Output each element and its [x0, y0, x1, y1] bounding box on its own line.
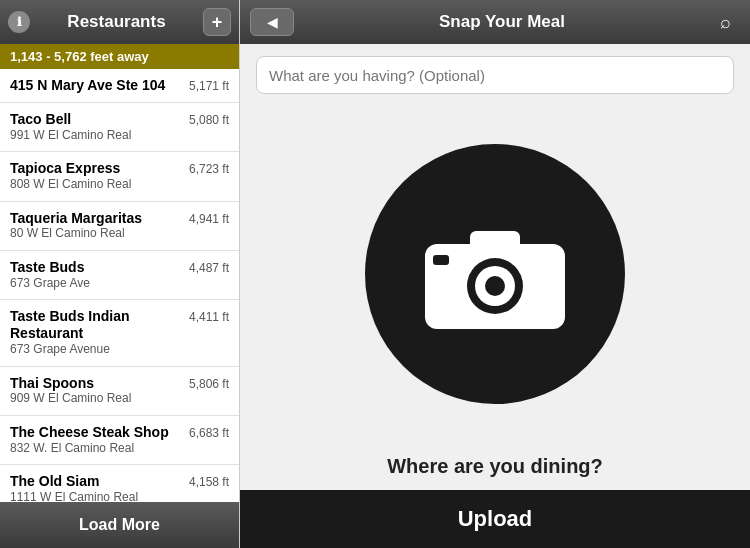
restaurant-list: 415 N Mary Ave Ste 1045,171 ftTaco Bell9… — [0, 69, 239, 502]
restaurant-distance: 6,723 ft — [189, 160, 229, 176]
restaurant-name: Tapioca Express — [10, 160, 183, 177]
restaurant-distance: 4,411 ft — [189, 308, 229, 324]
svg-rect-5 — [433, 255, 449, 265]
distance-banner: 1,143 - 5,762 feet away — [0, 44, 239, 69]
svg-rect-1 — [470, 231, 520, 251]
restaurant-item[interactable]: 415 N Mary Ave Ste 1045,171 ft — [0, 69, 239, 103]
restaurant-address: 909 W El Camino Real — [10, 391, 183, 407]
restaurant-address: 673 Grape Avenue — [10, 342, 183, 358]
dining-question: Where are you dining? — [240, 445, 750, 490]
load-more-button[interactable]: Load More — [0, 502, 239, 548]
restaurant-name: Thai Spoons — [10, 375, 183, 392]
restaurant-item[interactable]: Tapioca Express808 W El Camino Real6,723… — [0, 152, 239, 201]
camera-area[interactable] — [240, 102, 750, 445]
back-button[interactable]: ◀ — [250, 8, 294, 36]
restaurant-name: Taqueria Margaritas — [10, 210, 183, 227]
restaurant-item[interactable]: Thai Spoons909 W El Camino Real5,806 ft — [0, 367, 239, 416]
meal-input-container — [240, 44, 750, 102]
restaurant-item[interactable]: The Old Siam1111 W El Camino Real4,158 f… — [0, 465, 239, 502]
right-panel-title: Snap Your Meal — [294, 12, 710, 32]
restaurant-distance: 6,683 ft — [189, 424, 229, 440]
right-header: ◀ Snap Your Meal ⌕ — [240, 0, 750, 44]
restaurant-name: Taste Buds — [10, 259, 183, 276]
search-icon[interactable]: ⌕ — [710, 7, 740, 37]
add-restaurant-button[interactable]: + — [203, 8, 231, 36]
info-icon[interactable]: ℹ — [8, 11, 30, 33]
restaurant-item[interactable]: Taco Bell991 W El Camino Real5,080 ft — [0, 103, 239, 152]
restaurant-address: 80 W El Camino Real — [10, 226, 183, 242]
restaurant-distance: 5,806 ft — [189, 375, 229, 391]
restaurant-distance: 5,080 ft — [189, 111, 229, 127]
restaurant-address: 808 W El Camino Real — [10, 177, 183, 193]
restaurant-item[interactable]: Taste Buds Indian Restaurant673 Grape Av… — [0, 300, 239, 366]
restaurant-name: Taste Buds Indian Restaurant — [10, 308, 183, 342]
restaurant-name: Taco Bell — [10, 111, 183, 128]
restaurant-name: The Old Siam — [10, 473, 183, 490]
restaurant-name: The Cheese Steak Shop — [10, 424, 183, 441]
camera-icon — [415, 209, 575, 339]
restaurant-address: 832 W. El Camino Real — [10, 441, 183, 457]
left-panel: ℹ Restaurants + 1,143 - 5,762 feet away … — [0, 0, 240, 548]
restaurant-item[interactable]: Taste Buds673 Grape Ave4,487 ft — [0, 251, 239, 300]
restaurant-distance: 4,941 ft — [189, 210, 229, 226]
restaurant-item[interactable]: The Cheese Steak Shop832 W. El Camino Re… — [0, 416, 239, 465]
restaurant-address: 673 Grape Ave — [10, 276, 183, 292]
restaurant-distance: 4,158 ft — [189, 473, 229, 489]
left-header: ℹ Restaurants + — [0, 0, 239, 44]
restaurant-distance: 5,171 ft — [189, 77, 229, 93]
camera-circle — [365, 144, 625, 404]
right-panel: ◀ Snap Your Meal ⌕ — [240, 0, 750, 548]
left-panel-title: Restaurants — [30, 12, 203, 32]
restaurant-item[interactable]: Taqueria Margaritas80 W El Camino Real4,… — [0, 202, 239, 251]
upload-button[interactable]: Upload — [240, 490, 750, 548]
meal-input[interactable] — [256, 56, 734, 94]
restaurant-address: 1111 W El Camino Real — [10, 490, 183, 502]
svg-point-4 — [485, 276, 505, 296]
restaurant-address: 991 W El Camino Real — [10, 128, 183, 144]
restaurant-distance: 4,487 ft — [189, 259, 229, 275]
restaurant-name: 415 N Mary Ave Ste 104 — [10, 77, 183, 94]
